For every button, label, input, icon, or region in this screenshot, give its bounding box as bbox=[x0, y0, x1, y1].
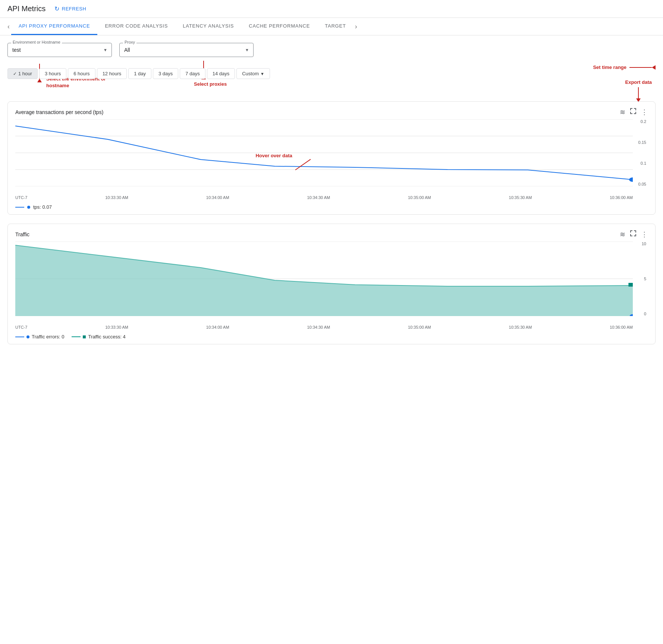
legend-traffic-errors: Traffic errors: 0 bbox=[32, 334, 64, 340]
x2-label-1033: 10:33:30 AM bbox=[105, 325, 128, 329]
chart-tps-fullscreen-btn[interactable] bbox=[630, 108, 637, 116]
environment-select[interactable]: test bbox=[7, 43, 112, 57]
tab-error-code[interactable]: ERROR CODE ANALYSIS bbox=[97, 18, 175, 35]
refresh-label: REFRESH bbox=[62, 6, 87, 12]
refresh-button[interactable]: ↻ REFRESH bbox=[54, 5, 86, 12]
proxy-label: Proxy bbox=[123, 40, 136, 44]
chart-tps: Average transactions per second (tps) ≋ bbox=[7, 101, 656, 215]
chart-traffic-header: Traffic ≋ ⋮ bbox=[15, 230, 648, 239]
chart-traffic-area bbox=[15, 245, 633, 316]
y-label-0.2: 0.2 bbox=[641, 119, 646, 124]
app-title: API Metrics bbox=[7, 4, 45, 13]
legend-success-line bbox=[72, 336, 81, 337]
svg-rect-5 bbox=[630, 112, 631, 114]
chart-traffic-icons: ≋ ⋮ bbox=[620, 230, 648, 239]
chart-traffic-more-btn[interactable]: ⋮ bbox=[641, 230, 648, 239]
x-label-10345: 10:34:30 AM bbox=[307, 195, 330, 200]
y-label-0.15: 0.15 bbox=[638, 140, 646, 145]
chart-tps-end-dot bbox=[629, 177, 633, 182]
time-range-annotation: Set time range bbox=[593, 64, 626, 71]
x2-label-1036: 10:36:00 AM bbox=[610, 325, 633, 329]
refresh-icon: ↻ bbox=[54, 5, 60, 12]
tab-nav-next[interactable]: › bbox=[354, 18, 359, 35]
svg-rect-7 bbox=[635, 112, 636, 114]
legend-traffic-success: Traffic success: 4 bbox=[88, 334, 125, 340]
legend-tps-label: tps: 0.07 bbox=[33, 204, 52, 210]
environment-filter: Environment or Hostname test bbox=[7, 43, 112, 57]
environment-label: Environment or Hostname bbox=[11, 40, 62, 44]
check-icon: ✓ bbox=[13, 71, 17, 76]
x2-label-1034: 10:34:00 AM bbox=[206, 325, 229, 329]
tab-latency[interactable]: LATENCY ANALYSIS bbox=[175, 18, 241, 35]
chart-traffic-legend-btn[interactable]: ≋ bbox=[620, 230, 625, 239]
environment-select-wrapper: test bbox=[7, 43, 112, 57]
time-btn-14days[interactable]: 14 days bbox=[207, 68, 235, 79]
proxy-filter: Proxy All bbox=[119, 43, 254, 57]
chart-tps-more-btn[interactable]: ⋮ bbox=[641, 108, 648, 116]
y-label-10: 10 bbox=[642, 242, 646, 246]
proxy-select[interactable]: All bbox=[119, 43, 254, 57]
svg-rect-14 bbox=[630, 230, 631, 233]
svg-rect-16 bbox=[635, 230, 636, 233]
y-label-0: 0 bbox=[644, 312, 646, 316]
chart-traffic-title: Traffic bbox=[15, 231, 29, 237]
svg-rect-1 bbox=[630, 108, 631, 110]
time-btn-1hour[interactable]: ✓ 1 hour bbox=[7, 68, 38, 79]
chart-tps-legend: tps: 0.07 bbox=[15, 204, 648, 210]
chart-tps-legend-btn[interactable]: ≋ bbox=[620, 108, 625, 116]
chart-traffic-legend: Traffic errors: 0 Traffic success: 4 bbox=[15, 334, 648, 340]
tab-target[interactable]: TARGET bbox=[317, 18, 354, 35]
filters-row: Environment or Hostname test Proxy All bbox=[7, 43, 656, 57]
legend-tps-dot bbox=[27, 206, 30, 209]
x-label-1035: 10:35:00 AM bbox=[408, 195, 431, 200]
time-btn-12hours[interactable]: 12 hours bbox=[97, 68, 127, 79]
proxy-annotation: Select proxies bbox=[194, 81, 227, 87]
x2-label-10345: 10:34:30 AM bbox=[307, 325, 330, 329]
time-btn-7days[interactable]: 7 days bbox=[180, 68, 205, 79]
proxy-select-wrapper: All bbox=[119, 43, 254, 57]
x2-label-10355: 10:35:30 AM bbox=[509, 325, 532, 329]
x-label-utc: UTC-7 bbox=[15, 195, 27, 200]
app-header: API Metrics ↻ REFRESH bbox=[0, 0, 663, 18]
time-range-row: ✓ 1 hour 3 hours 6 hours 12 hours 1 day … bbox=[7, 68, 656, 79]
time-btn-6hours[interactable]: 6 hours bbox=[68, 68, 95, 79]
time-btn-custom[interactable]: Custom ▼ bbox=[236, 68, 270, 79]
x-label-10355: 10:35:30 AM bbox=[509, 195, 532, 200]
chart-tps-title: Average transactions per second (tps) bbox=[15, 109, 103, 115]
chart-tps-header: Average transactions per second (tps) ≋ bbox=[15, 108, 648, 116]
time-btn-3hours[interactable]: 3 hours bbox=[39, 68, 66, 79]
legend-errors-line bbox=[15, 337, 24, 337]
y-label-0.1: 0.1 bbox=[641, 161, 646, 165]
tab-cache[interactable]: CACHE PERFORMANCE bbox=[241, 18, 317, 35]
x-label-1033: 10:33:30 AM bbox=[105, 195, 128, 200]
x2-label-utc: UTC-7 bbox=[15, 325, 27, 329]
legend-success-dot bbox=[83, 335, 86, 338]
y-label-5: 5 bbox=[644, 277, 646, 281]
tab-bar: ‹ API PROXY PERFORMANCE ERROR CODE ANALY… bbox=[0, 18, 663, 35]
chart-traffic-end-dot bbox=[628, 283, 633, 287]
chart-traffic-fullscreen-btn[interactable] bbox=[630, 230, 637, 239]
time-btn-1day[interactable]: 1 day bbox=[128, 68, 151, 79]
svg-rect-18 bbox=[630, 234, 631, 236]
main-content: Environment or Hostname test Proxy All bbox=[0, 35, 663, 361]
x2-label-1035: 10:35:00 AM bbox=[408, 325, 431, 329]
x-label-1036: 10:36:00 AM bbox=[610, 195, 633, 200]
legend-errors-dot bbox=[26, 335, 29, 338]
legend-tps-line bbox=[15, 207, 24, 208]
x-label-1034: 10:34:00 AM bbox=[206, 195, 229, 200]
tab-nav-prev[interactable]: ‹ bbox=[6, 18, 11, 35]
svg-rect-3 bbox=[635, 108, 636, 110]
svg-rect-20 bbox=[635, 234, 636, 236]
chart-traffic: Traffic ≋ ⋮ bbox=[7, 224, 656, 344]
dropdown-arrow-icon: ▼ bbox=[260, 72, 264, 76]
y-label-0.05: 0.05 bbox=[638, 182, 646, 186]
tab-api-proxy[interactable]: API PROXY PERFORMANCE bbox=[11, 18, 97, 35]
time-btn-3days[interactable]: 3 days bbox=[153, 68, 178, 79]
chart-tps-icons: ≋ ⋮ bbox=[620, 108, 648, 116]
export-annotation: Export data bbox=[625, 79, 652, 86]
